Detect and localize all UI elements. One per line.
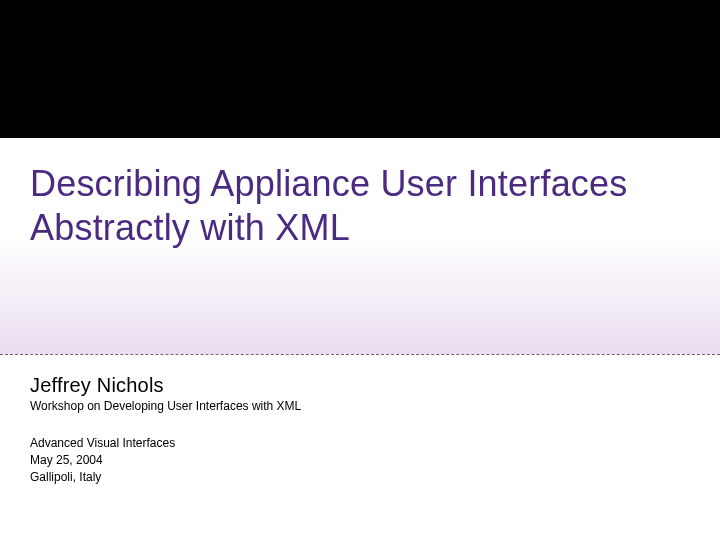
presentation-date: May 25, 2004: [30, 452, 690, 469]
dashed-divider: [0, 354, 720, 355]
author-name: Jeffrey Nichols: [30, 374, 690, 397]
title-region: Describing Appliance User Interfaces Abs…: [0, 138, 720, 354]
presentation-location: Gallipoli, Italy: [30, 469, 690, 486]
workshop-name: Workshop on Developing User Interfaces w…: [30, 399, 690, 413]
conference-name: Advanced Visual Interfaces: [30, 435, 690, 452]
info-region: Jeffrey Nichols Workshop on Developing U…: [30, 374, 690, 485]
slide-title: Describing Appliance User Interfaces Abs…: [30, 162, 690, 250]
top-black-bar: [0, 0, 720, 138]
